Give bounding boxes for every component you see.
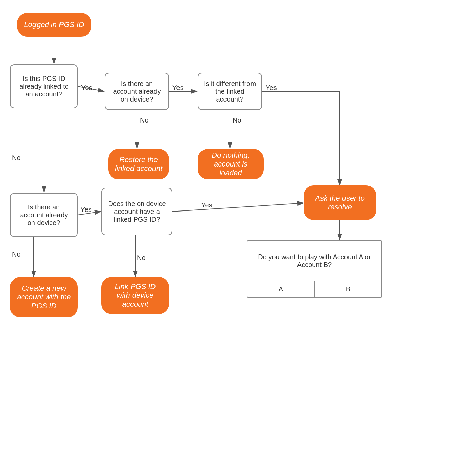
dialog-footer: A B	[247, 281, 381, 297]
q4-node: Is there an account already on device?	[10, 193, 78, 237]
a-restore-label: Restore the linked account	[114, 155, 163, 173]
a-nothing-label: Do nothing, account is loaded	[204, 151, 258, 177]
q3-node: Is it different from the linked account?	[198, 73, 262, 110]
label-yes3: Yes	[266, 84, 277, 92]
dialog-btn-a[interactable]: A	[247, 281, 315, 297]
a-link-node: Link PGS ID with device account	[101, 277, 169, 314]
q2-label: Is there an account already on device?	[110, 80, 164, 103]
a-nothing-node: Do nothing, account is loaded	[198, 149, 264, 179]
dialog-text: Do you want to play with Account A or Ac…	[255, 253, 374, 269]
dialog-node[interactable]: Do you want to play with Account A or Ac…	[247, 240, 382, 298]
q5-label: Does the on device account have a linked…	[107, 200, 167, 223]
q5-node: Does the on device account have a linked…	[101, 188, 172, 235]
q2-node: Is there an account already on device?	[105, 73, 169, 110]
q1-label: Is this PGS ID already linked to an acco…	[16, 75, 72, 98]
a-link-label: Link PGS ID with device account	[108, 282, 163, 309]
label-no2: No	[140, 116, 149, 124]
label-no3: No	[233, 116, 241, 124]
label-no5: No	[137, 254, 146, 262]
label-yes4: Yes	[80, 206, 92, 214]
a-create-node: Create a new account with the PGS ID	[10, 277, 78, 317]
label-yes5: Yes	[201, 201, 212, 209]
q1-node: Is this PGS ID already linked to an acco…	[10, 64, 78, 108]
start-label: Logged in PGS ID	[24, 20, 84, 29]
label-yes2: Yes	[172, 84, 184, 92]
label-yes1: Yes	[81, 84, 92, 92]
a-create-label: Create a new account with the PGS ID	[16, 284, 72, 310]
q4-label: Is there an account already on device?	[16, 203, 72, 227]
dialog-btn-b[interactable]: B	[315, 281, 381, 297]
a-restore-node: Restore the linked account	[108, 149, 169, 179]
label-no1: No	[12, 154, 21, 162]
svg-line-7	[172, 203, 304, 212]
start-node: Logged in PGS ID	[17, 13, 91, 37]
dialog-body: Do you want to play with Account A or Ac…	[247, 241, 381, 281]
label-no4: No	[12, 250, 21, 258]
a-resolve-label: Ask the user to resolve	[310, 194, 370, 212]
a-resolve-node: Ask the user to resolve	[304, 185, 376, 220]
flowchart-diagram: Logged in PGS ID Is this PGS ID already …	[0, 0, 476, 466]
q3-label: Is it different from the linked account?	[203, 80, 257, 103]
